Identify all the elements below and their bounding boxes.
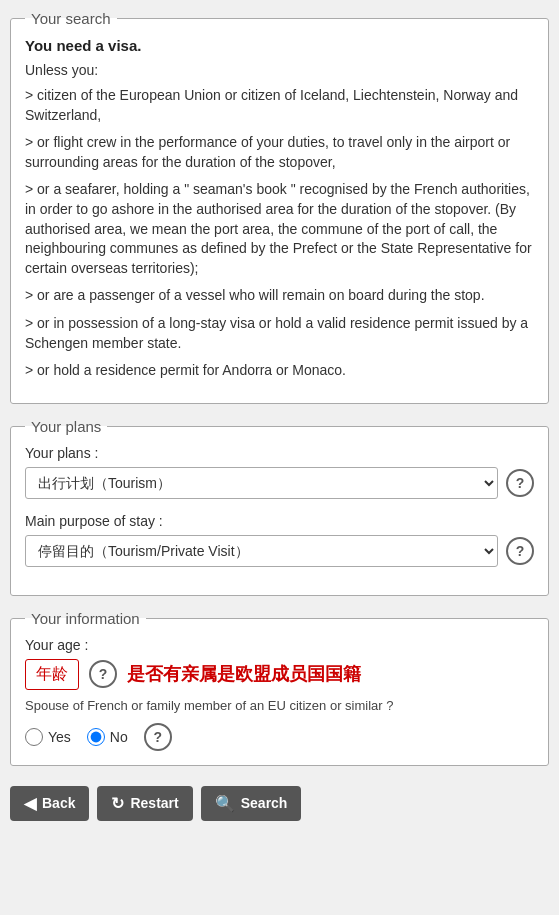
yes-no-row: Yes No ? xyxy=(25,723,534,751)
stay-help-button[interactable]: ? xyxy=(506,537,534,565)
bullet-5: > or in possession of a long-stay visa o… xyxy=(25,314,534,353)
restart-icon: ↻ xyxy=(111,794,124,813)
stay-row: Main purpose of stay : 停留目的（Tourism/Priv… xyxy=(25,513,534,567)
bullet-4: > or are a passenger of a vessel who wil… xyxy=(25,286,534,306)
plans-label: Your plans : xyxy=(25,445,534,461)
search-label: Search xyxy=(241,795,288,811)
no-label: No xyxy=(110,729,128,745)
spouse-label: Spouse of French or family member of an … xyxy=(25,698,534,713)
eu-citizen-label: 是否有亲属是欧盟成员国国籍 xyxy=(127,662,361,686)
age-help-button[interactable]: ? xyxy=(89,660,117,688)
back-button[interactable]: ◀ Back xyxy=(10,786,89,821)
restart-button[interactable]: ↻ Restart xyxy=(97,786,192,821)
yes-label: Yes xyxy=(48,729,71,745)
back-icon: ◀ xyxy=(24,794,36,813)
bullet-2: > or flight crew in the performance of y… xyxy=(25,133,534,172)
visa-title: You need a visa. xyxy=(25,37,534,54)
plans-row: Your plans : 出行计划（Tourism） ? xyxy=(25,445,534,499)
bullet-1: > citizen of the European Union or citiz… xyxy=(25,86,534,125)
plans-legend: Your plans xyxy=(25,418,107,435)
bottom-bar: ◀ Back ↻ Restart 🔍 Search xyxy=(10,780,549,827)
page: Your search You need a visa. Unless you:… xyxy=(0,0,559,837)
back-label: Back xyxy=(42,795,75,811)
your-info-section: Your information Your age : 年龄 ? 是否有亲属是欧… xyxy=(10,610,549,766)
bullet-6: > or hold a residence permit for Andorra… xyxy=(25,361,534,381)
search-legend: Your search xyxy=(25,10,117,27)
plans-select[interactable]: 出行计划（Tourism） xyxy=(25,467,498,499)
restart-label: Restart xyxy=(130,795,178,811)
stay-label: Main purpose of stay : xyxy=(25,513,534,529)
age-box: 年龄 xyxy=(25,659,79,690)
bullet-3: > or a seafarer, holding a " seaman's bo… xyxy=(25,180,534,278)
search-button[interactable]: 🔍 Search xyxy=(201,786,302,821)
plans-help-button[interactable]: ? xyxy=(506,469,534,497)
yes-radio-item[interactable]: Yes xyxy=(25,728,71,746)
age-label: Your age : xyxy=(25,637,534,653)
search-icon: 🔍 xyxy=(215,794,235,813)
info-legend: Your information xyxy=(25,610,146,627)
stay-select-row: 停留目的（Tourism/Private Visit） ? xyxy=(25,535,534,567)
your-plans-section: Your plans Your plans : 出行计划（Tourism） ? … xyxy=(10,418,549,596)
spouse-help-button[interactable]: ? xyxy=(144,723,172,751)
unless-label: Unless you: xyxy=(25,62,534,78)
no-radio-item[interactable]: No xyxy=(87,728,128,746)
your-search-section: Your search You need a visa. Unless you:… xyxy=(10,10,549,404)
stay-select[interactable]: 停留目的（Tourism/Private Visit） xyxy=(25,535,498,567)
age-row: 年龄 ? 是否有亲属是欧盟成员国国籍 xyxy=(25,659,534,690)
yes-radio[interactable] xyxy=(25,728,43,746)
no-radio[interactable] xyxy=(87,728,105,746)
plans-select-row: 出行计划（Tourism） ? xyxy=(25,467,534,499)
